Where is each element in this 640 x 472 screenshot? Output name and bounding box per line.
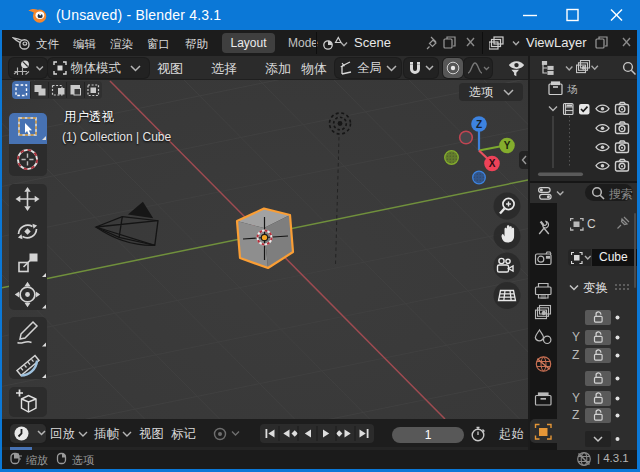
svg-text:Y: Y <box>572 330 580 344</box>
svg-text:场: 场 <box>567 83 578 95</box>
svg-text:Z: Z <box>572 348 579 362</box>
svg-text:X: X <box>489 158 496 169</box>
svg-text:Z: Z <box>572 408 579 422</box>
svg-text:Y: Y <box>504 140 511 151</box>
svg-text:Z: Z <box>476 119 482 130</box>
svg-text:Y: Y <box>572 391 580 405</box>
